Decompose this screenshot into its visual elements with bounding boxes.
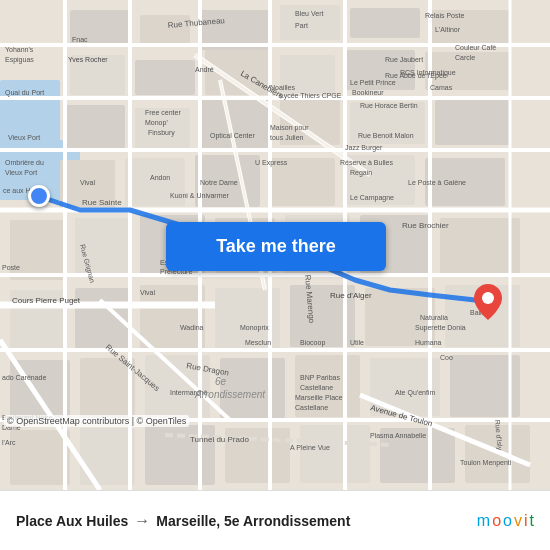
svg-text:Camas: Camas [430, 84, 453, 91]
svg-text:Monoprix: Monoprix [240, 324, 269, 332]
svg-rect-27 [10, 220, 65, 280]
logo-letter-o1: o [492, 512, 501, 530]
svg-text:U Express: U Express [255, 159, 288, 167]
logo-letter-t: t [530, 512, 534, 530]
svg-rect-48 [10, 430, 70, 485]
svg-text:André: André [195, 66, 214, 73]
svg-text:Castellane: Castellane [300, 384, 333, 391]
svg-text:A Pleine Vue: A Pleine Vue [290, 444, 330, 451]
destination-marker [474, 284, 502, 324]
svg-text:6e: 6e [215, 376, 227, 387]
svg-text:Monop': Monop' [145, 119, 168, 127]
svg-text:Plasma Annabelle: Plasma Annabelle [370, 432, 426, 439]
svg-text:Marseille Place: Marseille Place [295, 394, 343, 401]
svg-text:Vieux Port: Vieux Port [5, 169, 37, 176]
svg-text:Rue Jaubert: Rue Jaubert [385, 56, 423, 63]
logo-letter-i: i [524, 512, 528, 530]
logo-letter-v: v [514, 512, 522, 530]
svg-text:Regain: Regain [350, 169, 372, 177]
svg-text:Carcle: Carcle [455, 54, 475, 61]
svg-text:Notre Dame: Notre Dame [200, 179, 238, 186]
svg-text:Yohann's: Yohann's [5, 46, 34, 53]
svg-text:Le Petit Prince: Le Petit Prince [350, 79, 396, 86]
svg-text:Castellane: Castellane [295, 404, 328, 411]
svg-text:Andon: Andon [150, 174, 170, 181]
svg-text:Relais Poste: Relais Poste [425, 12, 464, 19]
svg-text:L'Altinor: L'Altinor [435, 26, 461, 33]
svg-text:Wadina: Wadina [180, 324, 204, 331]
svg-text:Poste: Poste [2, 264, 20, 271]
svg-text:Vival: Vival [80, 179, 95, 186]
svg-text:tous Julien: tous Julien [270, 134, 304, 141]
svg-rect-20 [435, 100, 510, 145]
svg-text:Superette Donia: Superette Donia [415, 324, 466, 332]
footer-route-info: Place Aux Huiles → Marseille, 5e Arrondi… [16, 512, 350, 530]
svg-text:Noailles: Noailles [270, 84, 295, 91]
svg-text:Ombrière du: Ombrière du [5, 159, 44, 166]
svg-text:Bookineur: Bookineur [352, 89, 384, 96]
svg-text:Vival: Vival [140, 289, 155, 296]
svg-text:Cours Pierre Puget: Cours Pierre Puget [12, 296, 81, 305]
svg-text:RCS Informatique: RCS Informatique [400, 69, 456, 77]
svg-text:Utile: Utile [350, 339, 364, 346]
svg-text:Kuoni & Univarmer: Kuoni & Univarmer [170, 192, 229, 199]
svg-text:Part: Part [295, 22, 308, 29]
svg-text:Rue Benoit Malon: Rue Benoit Malon [358, 132, 414, 139]
footer-destination-label: Marseille, 5e Arrondissement [156, 513, 350, 529]
logo-letter-o2: o [503, 512, 512, 530]
svg-text:ado Carénade: ado Carénade [2, 374, 46, 381]
svg-rect-52 [300, 425, 370, 483]
svg-rect-44 [220, 358, 285, 418]
svg-text:Rue Sainte: Rue Sainte [82, 198, 122, 207]
svg-rect-7 [350, 8, 420, 38]
svg-text:Free center: Free center [145, 109, 181, 116]
svg-text:Arrondissement: Arrondissement [194, 389, 266, 400]
svg-rect-10 [135, 60, 195, 95]
svg-text:Finsbury: Finsbury [148, 129, 175, 137]
map-container: Rue Thubaneau La Canebière Rue Sainte Co… [0, 0, 550, 490]
svg-text:Jazz Burger: Jazz Burger [345, 144, 383, 152]
osm-credit: © OpenStreetMap contributors | © OpenTil… [4, 415, 189, 427]
svg-text:Maison pour: Maison pour [270, 124, 309, 132]
svg-text:Biocoop: Biocoop [300, 339, 325, 347]
origin-marker [28, 185, 50, 207]
svg-text:Ate Qu'enfim: Ate Qu'enfim [395, 389, 435, 397]
svg-rect-15 [65, 105, 125, 150]
svg-text:Quai du Port: Quai du Port [5, 89, 44, 97]
svg-text:Le Poste à Galène: Le Poste à Galène [408, 179, 466, 186]
footer-arrow-icon: → [134, 512, 150, 530]
svg-text:Réserve à Bulles: Réserve à Bulles [340, 159, 393, 166]
svg-text:Bleu Vert: Bleu Vert [295, 10, 323, 17]
footer-origin-label: Place Aux Huiles [16, 513, 128, 529]
footer-bar: Place Aux Huiles → Marseille, 5e Arrondi… [0, 490, 550, 550]
svg-text:Rue d'Alger: Rue d'Alger [330, 291, 372, 300]
svg-text:Yves Rocher: Yves Rocher [68, 56, 108, 63]
svg-text:BNP Paribas: BNP Paribas [300, 374, 340, 381]
svg-text:Lycée Thiers CPGE: Lycée Thiers CPGE [280, 92, 342, 100]
svg-text:Coo: Coo [440, 354, 453, 361]
svg-text:Mesclun: Mesclun [245, 339, 271, 346]
svg-text:Naturalia: Naturalia [420, 314, 448, 321]
svg-point-164 [482, 292, 494, 304]
svg-text:Rue Horace Bertin: Rue Horace Bertin [360, 102, 418, 109]
svg-text:Couleur Café: Couleur Café [455, 44, 496, 51]
svg-text:Toulon Menpenti: Toulon Menpenti [460, 459, 512, 467]
svg-text:Le Campagne: Le Campagne [350, 194, 394, 202]
svg-text:Espiguas: Espiguas [5, 56, 34, 64]
svg-text:Rue Brochier: Rue Brochier [402, 221, 449, 230]
logo-letter-m: m [477, 512, 490, 530]
svg-rect-33 [440, 218, 520, 276]
svg-text:Optical Center: Optical Center [210, 132, 255, 140]
svg-text:Tunnel du Prado: Tunnel du Prado [190, 435, 249, 444]
svg-text:Fnac: Fnac [72, 36, 88, 43]
moovit-logo: moovit [477, 512, 534, 530]
svg-text:l'Arc: l'Arc [2, 439, 16, 446]
take-me-there-button[interactable]: Take me there [166, 222, 386, 271]
svg-text:Humana: Humana [415, 339, 442, 346]
svg-text:Vieux Port: Vieux Port [8, 134, 40, 141]
